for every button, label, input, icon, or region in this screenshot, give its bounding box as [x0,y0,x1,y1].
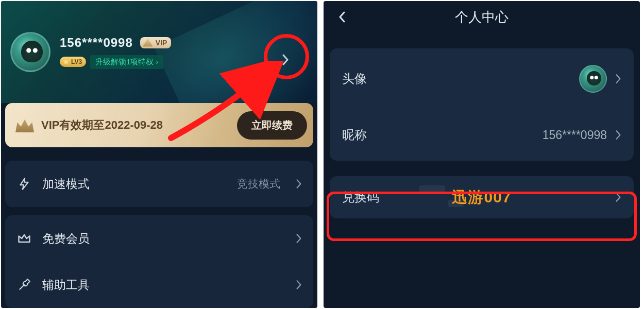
level-badge: LV3 [60,57,86,67]
vip-expiry-text: VIP有效期至2022-09-28 [41,117,230,133]
row-label: 头像 [342,71,579,87]
row-avatar[interactable]: 头像 [330,48,634,109]
row-label: 免费会员 [42,231,280,247]
username: 156****0998 [60,36,133,50]
avatar [579,65,607,93]
star-icon [62,58,70,66]
chevron-right-icon [296,280,302,290]
profile-summary[interactable]: 156****0998 VIP LV3 升级解锁1项特权 › [10,32,171,72]
renew-button[interactable]: 立即续费 [237,111,307,140]
row-redeem-code[interactable]: 兑换码 迅游007 [330,176,634,218]
user-meta: 156****0998 VIP LV3 升级解锁1项特权 › [60,36,171,69]
vip-badge-text: VIP [156,39,167,47]
chevron-right-icon: › [156,58,158,66]
row-free-member[interactable]: 免费会员 [5,215,313,262]
settings-group-2: 免费会员 辅助工具 [5,215,313,308]
upgrade-privilege-pill[interactable]: 升级解锁1项特权 › [90,55,163,69]
chevron-right-icon [296,233,302,244]
vip-badge: VIP [140,37,172,48]
redeem-code-value: 迅游007 [330,187,634,208]
chevron-right-icon [296,179,302,189]
profile-settings-group: 头像 昵称 156****0998 [330,48,634,161]
row-value: 156****0998 [543,128,607,142]
settings-group-1: 加速模式 竞技模式 [5,161,313,207]
row-label: 辅助工具 [42,277,280,293]
title-bar: 个人中心 [324,1,640,33]
annotation-circle [264,34,309,79]
vip-expiry-card: VIP有效期至2022-09-28 立即续费 [5,103,313,147]
upgrade-text: 升级解锁1项特权 [95,57,154,67]
row-label: 昵称 [342,127,543,143]
avatar[interactable] [10,32,50,72]
row-accel-mode[interactable]: 加速模式 竞技模式 [5,161,313,207]
row-value: 竞技模式 [237,177,280,191]
row-assist-tools[interactable]: 辅助工具 [5,262,313,308]
crown-icon [15,118,34,132]
chevron-right-icon [615,74,621,84]
page-title: 个人中心 [324,8,640,26]
row-nickname[interactable]: 昵称 156****0998 [330,109,634,161]
level-text: LV3 [71,58,82,65]
back-button[interactable] [332,7,352,27]
wrench-icon [16,277,32,293]
phone-screen-right: 个人中心 头像 昵称 156****0998 兑换码 迅游007 [324,1,640,308]
lightning-icon [16,176,32,192]
row-label: 加速模式 [42,176,227,192]
phone-screen-left: 156****0998 VIP LV3 升级解锁1项特权 › [1,1,317,308]
crown-icon [142,39,154,47]
chevron-right-icon [615,130,621,140]
chevron-right-icon [615,192,621,202]
crown-outline-icon [16,231,32,246]
